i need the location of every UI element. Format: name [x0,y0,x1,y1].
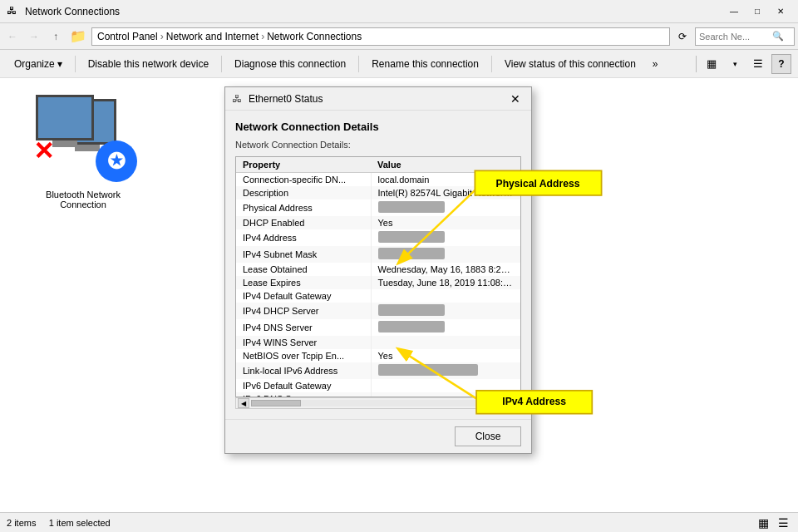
status-view-button-2[interactable]: ☰ [775,515,791,531]
details-table-container[interactable]: Property Value Connection-specific DN...… [235,156,521,397]
layout-icon-2: ☰ [753,57,763,70]
close-dialog-button[interactable]: Close [455,426,521,446]
property-cell: Connection-specific DN... [236,173,371,187]
property-cell: Physical Address [236,200,371,216]
maximize-button[interactable]: □ [746,3,768,20]
status-left: 2 items 1 item selected [7,518,755,528]
rename-connection-button[interactable]: Rename this connection [364,53,486,75]
value-cell: Tuesday, June 18, 2019 11:08:40 AM [371,276,520,289]
value-cell [371,379,520,392]
value-cell: local.domain [371,173,520,187]
redacted-value [378,231,445,243]
property-cell: IPv6 Default Gateway [236,379,371,392]
col-value: Value [371,157,520,173]
refresh-button[interactable]: ⟳ [673,27,692,46]
property-cell: IPv4 DHCP Server [236,303,371,319]
toolbar-separator-4 [491,56,492,72]
property-cell: Lease Expires [236,276,371,289]
table-row: DescriptionIntel(R) 82574L Gigabit Netwo… [236,186,520,200]
title-bar: 🖧 Network Connections — □ ✕ [0,0,798,23]
property-cell: IPv4 Subnet Mask [236,246,371,263]
value-cell [371,362,520,379]
search-bar: 🔍 [695,27,795,46]
value-cell [371,319,520,336]
modal-title-bar: 🖧 Ethernet0 Status ✕ [225,87,531,111]
table-row: IPv6 Default Gateway [236,379,520,392]
layout-view-button-1[interactable]: ▦ [702,54,722,74]
modal-body: Network Connection Details Network Conne… [225,111,531,419]
layout-view-arrow[interactable]: ▾ [725,54,745,74]
toolbar-right-sep [696,56,697,72]
value-cell [371,289,520,303]
status-bar: 2 items 1 item selected ▦ ☰ [0,512,798,532]
toolbar-right-section: ▦ ▾ ☰ ? [694,54,791,74]
search-icon: 🔍 [772,31,784,42]
monitor-front [36,95,94,140]
network-connection-graphic: ✕ ✪ [29,95,137,186]
redacted-value [378,248,445,259]
x-mark-icon: ✕ [29,136,58,165]
view-status-label: View status of this connection [505,58,636,70]
close-window-button[interactable]: ✕ [770,3,791,20]
view-arrow-icon: ▾ [733,60,737,68]
details-table: Property Value Connection-specific DN...… [236,157,520,397]
toolbar-separator-2 [221,56,222,72]
scroll-left-arrow[interactable]: ◀ [238,398,249,408]
layout-view-button-2[interactable]: ☰ [748,54,768,74]
search-input[interactable] [699,32,772,42]
table-row: Lease ObtainedWednesday, May 16, 1883 8:… [236,263,520,276]
organize-button[interactable]: Organize ▾ [7,53,70,75]
minimize-button[interactable]: — [723,3,745,20]
scroll-right-arrow[interactable]: ▶ [507,398,519,408]
folder-icon: 📁 [70,28,86,44]
monitor-stand-back [75,145,100,151]
window-icon: 🖧 [7,5,20,18]
rename-label: Rename this connection [372,58,479,70]
modal-section-title: Network Connection Details [235,121,521,133]
help-icon: ? [778,58,784,70]
forward-button[interactable]: → [25,27,43,46]
table-row: IPv4 Address [236,229,520,246]
property-cell: IPv4 Address [236,229,371,246]
table-row: Physical Address [236,200,520,216]
modal-footer: Close [225,419,531,453]
modal-close-x-button[interactable]: ✕ [506,91,525,107]
scrollbar-track[interactable] [251,400,505,406]
redacted-value [378,321,445,332]
table-row: DHCP EnabledYes [236,216,520,229]
diagnose-connection-button[interactable]: Diagnose this connection [227,53,353,75]
view-status-button[interactable]: View status of this connection [497,53,643,75]
disable-network-label: Disable this network device [88,58,209,70]
main-content: ✕ ✪ Bluetooth Network Connection 🖧 Ether… [0,78,798,512]
horizontal-scrollbar[interactable]: ◀ ▶ [235,397,521,409]
back-button[interactable]: ← [3,27,22,46]
table-row: IPv4 WINS Server [236,336,520,349]
disable-network-button[interactable]: Disable this network device [81,53,216,75]
breadcrumb-bar: Control Panel › Network and Internet › N… [91,27,670,46]
redacted-value [378,201,445,213]
redacted-value [378,364,478,376]
help-button[interactable]: ? [771,54,791,74]
table-row: IPv4 Default Gateway [236,289,520,303]
status-right: ▦ ☰ [755,515,791,531]
more-options-button[interactable]: » [645,53,666,75]
toolbar-separator-3 [358,56,359,72]
value-cell [371,246,520,263]
property-cell: NetBIOS over Tcpip En... [236,349,371,362]
status-view-button-1[interactable]: ▦ [755,515,771,531]
organize-arrow: ▾ [57,58,62,70]
breadcrumb-network-internet[interactable]: Network and Internet [166,31,259,42]
window-controls: — □ ✕ [723,3,791,20]
ethernet-status-modal: 🖧 Ethernet0 Status ✕ Network Connection … [224,86,532,454]
breadcrumb-control-panel[interactable]: Control Panel [97,31,158,42]
table-row: Lease ExpiresTuesday, June 18, 2019 11:0… [236,276,520,289]
up-button[interactable]: ↑ [47,27,65,46]
col-property: Property [236,157,371,173]
property-cell: Lease Obtained [236,263,371,276]
window-title: Network Connections [25,6,723,17]
value-cell: Intel(R) 82574L Gigabit Network Connect [371,186,520,200]
bluetooth-network-icon-group[interactable]: ✕ ✪ Bluetooth Network Connection [25,95,141,209]
scrollbar-thumb[interactable] [251,400,301,406]
value-cell: Yes [371,349,520,362]
breadcrumb-network-connections[interactable]: Network Connections [267,31,362,42]
